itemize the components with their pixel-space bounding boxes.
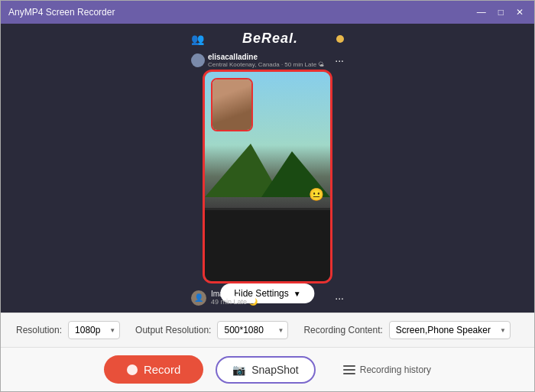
close-button[interactable]: ✕	[513, 7, 527, 18]
road-scene: 😐	[205, 72, 330, 281]
record-button[interactable]: Record	[104, 355, 203, 384]
bereal-user-info: 👤 Imash12 49 min Late 🌙 ···	[191, 287, 344, 309]
output-resolution-select[interactable]: 500*1080 1080*1080 720*1280	[217, 321, 288, 339]
top-user-menu[interactable]: ···	[335, 54, 344, 66]
maximize-button[interactable]: □	[495, 7, 507, 18]
record-circle-icon	[127, 364, 138, 375]
bereal-logo: BeReal.	[242, 31, 298, 47]
title-bar: AnyMP4 Screen Recorder — □ ✕	[1, 1, 534, 24]
window-controls: — □ ✕	[474, 7, 527, 18]
phone-content: 😐	[203, 70, 332, 283]
top-user-avatar	[191, 53, 205, 67]
bereal-top-user: elisacalladine Central Kootenay, Canada …	[191, 53, 344, 68]
notification-dot	[336, 35, 344, 43]
bereal-user-left: 👤 Imash12 49 min Late 🌙	[191, 290, 258, 306]
top-user-name: elisacalladine	[208, 53, 332, 61]
bereal-top-bar: 👥 BeReal.	[191, 28, 344, 50]
resolution-select-wrapper: 1080p 720p 480p	[68, 321, 120, 339]
hamburger-line-2	[343, 369, 355, 371]
emoji-face: 😐	[309, 187, 324, 202]
camera-icon: 📷	[232, 364, 245, 376]
minimize-button[interactable]: —	[474, 7, 489, 18]
bottom-user-avatar: 👤	[191, 290, 206, 306]
friends-icon: 👥	[191, 33, 204, 45]
selfie-overlay	[211, 78, 253, 131]
hamburger-icon	[343, 365, 355, 374]
dashboard	[205, 208, 330, 281]
top-user-info: elisacalladine Central Kootenay, Canada …	[208, 53, 332, 68]
app-window: AnyMP4 Screen Recorder — □ ✕ 👥 BeReal. e…	[0, 0, 535, 392]
snapshot-button[interactable]: 📷 SnapShot	[216, 356, 316, 384]
recording-content-select-wrapper: Screen,Phone Speaker Screen Only Screen,…	[389, 321, 511, 339]
resolution-group: Resolution: 1080p 720p 480p	[16, 321, 120, 339]
bottom-toolbar: Record 📷 SnapShot Recording history	[1, 347, 534, 391]
hamburger-line-3	[343, 373, 355, 374]
recording-content-label: Recording Content:	[303, 325, 382, 335]
resolution-label: Resolution:	[16, 325, 62, 335]
output-resolution-select-wrapper: 500*1080 1080*1080 720*1280	[217, 321, 288, 339]
record-label: Record	[144, 363, 180, 376]
output-resolution-group: Output Resolution: 500*1080 1080*1080 72…	[135, 321, 288, 339]
resolution-select[interactable]: 1080p 720p 480p	[68, 321, 120, 339]
bottom-user-text: Imash12 49 min Late 🌙	[211, 290, 258, 306]
screen-preview: 👥 BeReal. elisacalladine Central Kootena…	[1, 24, 534, 313]
recording-history-button[interactable]: Recording history	[343, 364, 431, 375]
recording-content-select[interactable]: Screen,Phone Speaker Screen Only Screen,…	[389, 321, 511, 339]
bottom-user-time: 49 min Late 🌙	[211, 298, 258, 306]
bottom-user-name: Imash12	[211, 290, 258, 298]
top-user-location: Central Kootenay, Canada · 50 min Late 🌤	[208, 61, 332, 68]
hamburger-line-1	[343, 365, 355, 367]
output-resolution-label: Output Resolution:	[135, 325, 211, 335]
snapshot-label: SnapShot	[251, 364, 299, 376]
recording-history-label: Recording history	[360, 364, 431, 375]
app-title: AnyMP4 Screen Recorder	[8, 7, 115, 18]
face-placeholder	[212, 79, 251, 130]
settings-panel: Resolution: 1080p 720p 480p Output Resol…	[1, 313, 534, 347]
bottom-user-menu[interactable]: ···	[335, 292, 344, 304]
recording-content-group: Recording Content: Screen,Phone Speaker …	[303, 321, 510, 339]
